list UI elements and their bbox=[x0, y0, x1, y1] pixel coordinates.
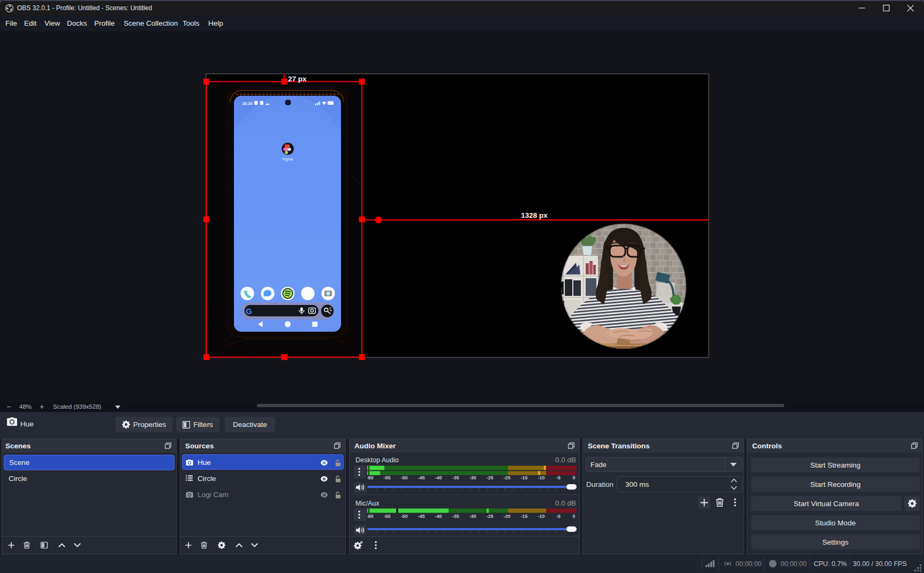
svg-text:-45: -45 bbox=[418, 475, 425, 480]
svg-text:-10: -10 bbox=[537, 475, 544, 480]
svg-text:1328 px: 1328 px bbox=[521, 211, 548, 219]
svg-text:-25: -25 bbox=[486, 514, 493, 518]
svg-text:-20: -20 bbox=[503, 475, 510, 480]
svg-text:-15: -15 bbox=[520, 475, 527, 480]
svg-text:-60: -60 bbox=[367, 475, 374, 480]
svg-text:-55: -55 bbox=[383, 514, 390, 518]
svg-text:-30: -30 bbox=[469, 514, 476, 518]
svg-text:-30: -30 bbox=[469, 475, 476, 480]
svg-text:-10: -10 bbox=[537, 514, 544, 518]
svg-text:-40: -40 bbox=[435, 475, 442, 480]
svg-text:-40: -40 bbox=[435, 514, 442, 518]
svg-text:-25: -25 bbox=[486, 475, 493, 480]
svg-text:-5: -5 bbox=[556, 475, 561, 480]
svg-text:-5: -5 bbox=[556, 514, 561, 518]
svg-text:0: 0 bbox=[572, 514, 575, 518]
svg-text:-15: -15 bbox=[520, 514, 527, 518]
svg-text:-45: -45 bbox=[418, 514, 425, 518]
svg-text:-50: -50 bbox=[400, 475, 407, 480]
svg-text:-20: -20 bbox=[503, 514, 510, 518]
svg-text:-50: -50 bbox=[400, 514, 407, 518]
svg-text:-60: -60 bbox=[367, 514, 374, 518]
svg-text:-55: -55 bbox=[383, 475, 390, 480]
svg-text:0: 0 bbox=[572, 475, 575, 480]
svg-text:-35: -35 bbox=[452, 514, 459, 518]
svg-text:-35: -35 bbox=[452, 475, 459, 480]
svg-text:Figma: Figma bbox=[283, 157, 293, 162]
svg-text:G: G bbox=[246, 307, 252, 316]
svg-text:27 px: 27 px bbox=[288, 75, 307, 83]
svg-text:16:28: 16:28 bbox=[242, 101, 252, 106]
